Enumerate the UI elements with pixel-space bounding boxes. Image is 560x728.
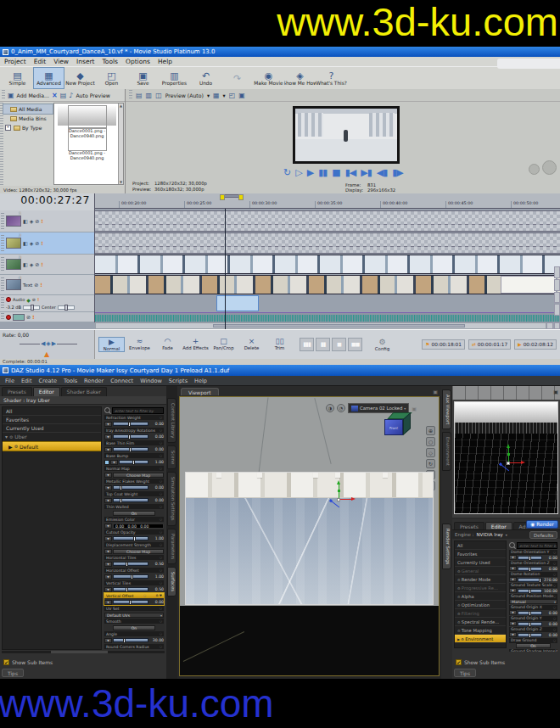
slider-track[interactable] [113,562,148,566]
toolbar-button[interactable]: ↶ Undo [190,67,221,89]
audio-waveform-track[interactable] [95,312,560,322]
timeline-horizontal-scrollbar[interactable] [95,322,546,329]
render-search[interactable]: enter text to filter by [509,541,557,549]
fx-icon[interactable]: ◈ [30,240,34,246]
toolbar-button[interactable]: ◆ New Project [64,67,96,89]
property-control[interactable]: ▼ 0.00 [104,497,164,503]
engine-value[interactable]: NVIDIA Iray [476,532,502,537]
property-dial-icon[interactable]: ○ [553,628,556,631]
filter-item[interactable]: Favorites [3,416,101,424]
scrollbar-thumb[interactable] [213,324,465,328]
media-tree-item[interactable]: All Media [3,104,53,114]
loop-region[interactable] [222,194,241,198]
track-header-3[interactable]: 3 ◧ ◈ ⊘ ! [0,255,94,275]
horizontal-scrollbar[interactable] [2,651,165,653]
pane-vertical-tab[interactable]: Content Library [167,398,176,443]
panel-grip[interactable] [2,90,5,100]
property-control[interactable]: ▼ On [509,643,557,648]
fx-icon[interactable]: ◈ [30,261,34,267]
slider-track[interactable] [113,498,148,502]
nudge-dropdown-icon[interactable]: ▼ [509,566,517,571]
property-value[interactable]: Choose Map [113,549,164,554]
render-button[interactable]: ◉ Render [526,520,558,529]
track-4-video-clip[interactable] [95,275,560,294]
nudge-dropdown-icon[interactable]: ▼ [104,422,112,427]
search-input[interactable]: enter text to filter by [517,542,557,549]
nudge-dropdown-icon[interactable]: ▼ [110,460,118,465]
render-property[interactable]: Ground Origin Y ○ ▼ 0.00 [509,616,557,626]
add-media-button[interactable]: Add Media... [17,92,49,98]
menu-item[interactable]: Edit [34,58,47,65]
menu-item[interactable]: Tools [64,378,77,384]
pane-vertical-tab[interactable]: Aux Viewport [442,389,451,429]
property-control[interactable]: ▼ 0.00 [509,632,557,637]
nudge-dropdown-icon[interactable]: ▼ [104,498,112,503]
track-grip[interactable] [1,277,4,293]
property-value[interactable]: Choose Map [113,473,164,478]
mute-icon[interactable]: ⊘ [35,218,39,224]
track-buttons[interactable]: ⊘ ! [34,282,56,288]
slider-knob[interactable] [539,578,541,583]
slider-knob[interactable] [529,622,531,627]
track-buttons[interactable]: ◧ ◈ ⊘ ! [23,261,60,267]
slider-track[interactable] [518,633,542,637]
property-value[interactable]: 0.00 [149,600,164,604]
slider-knob[interactable] [120,485,122,490]
auto-preview-button[interactable]: Auto Preview [76,92,109,98]
surface-property[interactable]: Vertical Offset ○ ▼ 0.00 [104,593,164,605]
nudge-dropdown-icon[interactable]: ▼ [104,549,112,554]
property-dial-icon[interactable]: ○ [160,505,162,508]
property-dial-icon[interactable]: ○ [160,619,162,623]
transport-button[interactable]: ▮▶ [392,167,403,178]
timeline-timecode[interactable]: 00:00:27:27 [0,193,94,210]
property-value[interactable]: 0.00 [543,622,557,626]
movie-studio-titlebar[interactable]: 0_Anim_MM_Courtyard_DanceA_10.vf * - Mov… [0,47,560,57]
slider-knob[interactable] [120,498,122,503]
nudge-dropdown-icon[interactable]: ▼ [509,577,517,582]
property-control[interactable]: ▼ Choose Map [104,472,164,478]
track-3-video-clip[interactable] [95,255,560,274]
nudge-dropdown-icon[interactable]: ▼ [104,434,112,440]
slider-knob[interactable] [529,567,531,572]
mute-icon[interactable]: ⊘ [32,297,36,302]
layout-tool-button[interactable]: ▮▮▮ [300,338,314,351]
menu-item[interactable]: Window [140,378,162,384]
surface-property[interactable]: Base Thin Film ○ ▼ 0.00 [104,440,164,452]
edit-tool-button[interactable]: + Add Effects [182,337,209,352]
render-property[interactable]: Ground Shadow Intensity ○ ▼ 1.00 [509,649,557,652]
render-property[interactable]: Draw Ground ○ ▼ On [509,638,557,648]
property-control[interactable]: ▼ Default UVs [104,612,164,618]
surface-property[interactable]: Displacement Strength ○ ▼ Choose Map [104,542,164,554]
mute-icon[interactable]: ⊘ [35,240,39,246]
mute-icon[interactable]: ⊘ [35,261,39,267]
property-dial-icon[interactable]: ○ [160,645,162,648]
property-control[interactable]: ▼ On [104,624,164,630]
property-control[interactable]: ▼ 0.50 [104,586,164,592]
aux-viewport-image[interactable] [454,401,558,514]
nudge-dropdown-icon[interactable]: ▼ [104,473,112,478]
viewport-tool-icon[interactable]: ◇ [426,448,435,457]
property-dial-icon[interactable]: ○ [553,573,556,576]
property-dial-icon[interactable]: ○ [553,639,556,642]
slider-track[interactable] [113,587,148,591]
toolbar-button[interactable]: ? What's This? [316,67,347,89]
panel-grip[interactable] [129,90,132,100]
timecode-field[interactable]: ⇄ 00:00:01:17 [468,339,511,350]
property-value[interactable]: On [113,625,155,630]
nudge-dropdown-icon[interactable]: ▼ [104,447,112,452]
property-dial-icon[interactable]: ○ [160,556,162,559]
property-value[interactable]: On [516,643,551,648]
property-dial-icon[interactable]: ○ [160,581,162,585]
edit-tool-button[interactable]: × Delete [238,337,265,352]
grid-overlay-icon[interactable]: ▦ [213,92,220,99]
nudge-dropdown-icon[interactable]: ▼ [104,587,112,592]
solo-icon[interactable]: ! [41,218,43,224]
track-header-5-audio[interactable]: Audio ◆ ⊘ ! -3.2 dB Center [0,295,94,312]
panel-tab[interactable]: Shader Baker [61,387,107,396]
property-dial-icon[interactable]: ○ [160,518,162,521]
surface-tree-node[interactable]: ▾ ⚙ Uber [3,433,101,441]
menu-item[interactable]: Insert [76,58,95,65]
mute-icon[interactable]: ⊘ [34,282,38,288]
tips-button[interactable]: Tips [2,669,24,677]
solo-icon[interactable]: ! [32,314,35,320]
